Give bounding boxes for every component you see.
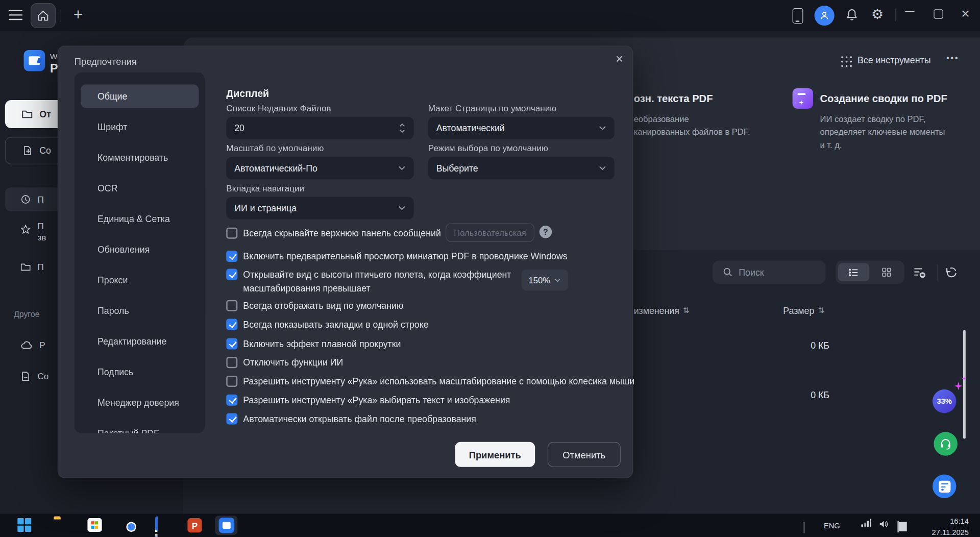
notifications-bell-icon[interactable] [845,8,859,22]
close-window-button[interactable]: × [961,5,969,22]
card-summary-desc2: определяет ключевые моменты [820,126,945,139]
app-badge-icon [939,480,950,492]
column-header-size[interactable]: Размер ⇅ [783,306,824,316]
taskbar-powerpoint-icon[interactable]: P [187,518,202,532]
network-icon[interactable] [861,519,871,527]
help-icon[interactable]: ? [540,226,552,238]
volume-icon[interactable] [879,520,889,529]
checkbox-row: Отключить функции ИИ [226,356,343,370]
checkbox[interactable] [226,300,237,311]
taskbar-calculator-icon[interactable] [155,518,158,537]
support-button[interactable] [934,432,958,456]
pdf-summary-icon [793,88,813,109]
card-summary-title[interactable]: Создание сводки по PDF [820,92,947,104]
battery-icon[interactable] [897,521,898,532]
nav-item-font[interactable]: Шрифт [81,115,199,139]
settings-gear-icon[interactable]: ⚙ [871,6,884,22]
checkbox[interactable] [226,413,237,424]
checkbox-row: Открывайте вид с высоты птичьего полета,… [226,267,521,295]
default-zoom-select[interactable]: Автоматический-По [226,157,413,179]
controls-divider [895,9,895,21]
checkbox-row: Всегда отображать вид по умолчанию [226,299,403,312]
spinner-stepper[interactable] [399,122,405,134]
selection-mode-select[interactable]: Выберите [428,157,615,179]
taskbar-time[interactable]: 16:14 [922,517,969,526]
card-ocr-desc1: еобразование [634,112,689,126]
card-ocr-desc2: канированных файлов в PDF. [634,126,750,139]
chevron-down-icon [398,165,406,170]
all-tools-button[interactable]: Все инструменты [857,55,930,65]
nav-item-comment[interactable]: Комментировать [81,145,199,169]
column-header-modified[interactable]: изменения ⇅ [634,306,690,316]
checkbox[interactable] [226,319,237,330]
reset-button[interactable] [943,265,958,280]
title-bar: + ⚙ — × [0,0,980,31]
chevron-down-icon [599,126,606,131]
taskbar-pdfelement-icon[interactable] [215,516,237,535]
checkbox[interactable] [226,269,237,280]
taskbar-date[interactable]: 27.11.2025 [922,528,969,537]
checkbox[interactable] [226,251,237,262]
nav-item-unit-grid[interactable]: Единица & Сетка [81,207,199,231]
checkbox[interactable] [226,228,237,239]
maximize-button[interactable] [934,9,943,18]
start-button[interactable] [17,518,31,532]
field-label: Макет Страницы по умолчанию [428,103,556,113]
tray-expand-chevron[interactable] [804,523,804,534]
clear-list-button[interactable] [912,265,927,280]
checkbox[interactable] [226,357,237,368]
nav-item-ocr[interactable]: OCR [81,176,199,200]
chevron-down-icon [398,206,406,211]
checkbox[interactable] [226,395,237,406]
custom-message-button: Пользовательская [446,223,534,242]
birdseye-zoom-select[interactable]: 150% [521,270,568,291]
preferences-dialog: Предпочтения × Общие Шрифт Комментироват… [58,45,633,478]
nav-item-proxy[interactable]: Прокси [81,268,199,292]
cancel-button[interactable]: Отменить [548,442,621,467]
checkbox-row: Разрешить инструменту «Рука» выбирать те… [226,393,510,407]
checkbox-row: Всегда скрывайте верхнюю панель сообщени… [226,226,441,240]
all-tools-grid-icon [841,56,852,67]
checkbox[interactable] [226,376,237,387]
language-indicator[interactable]: ENG [824,521,840,530]
cloud-icon [20,339,33,351]
card-summary-desc3: и т. д. [820,139,842,152]
search-box[interactable] [713,261,826,284]
nav-item-password[interactable]: Пароль [81,299,199,323]
nav-item-edit[interactable]: Редактирование [81,329,199,353]
file-size-cell: 0 КБ [811,340,829,351]
close-dialog-button[interactable]: × [612,51,627,66]
nav-item-general[interactable]: Общие [81,84,199,108]
nav-item-batch-pdf[interactable]: Пакетный PDF [81,421,199,433]
main-menu-button[interactable] [9,10,22,20]
sort-icon[interactable]: ⇅ [683,306,689,315]
list-view-button[interactable] [838,263,869,282]
card-ocr-title[interactable]: озн. текста PDF [634,92,713,104]
sidebar-item-starred[interactable]: П зв [37,221,46,243]
minimize-button[interactable]: — [905,5,914,16]
nav-item-signature[interactable]: Подпись [81,360,199,384]
new-tab-button[interactable]: + [69,5,88,25]
card-summary-desc1: ИИ создает сводку по PDF, [820,112,926,126]
navigation-tab-select[interactable]: ИИ и страница [226,197,413,219]
list-scrollbar[interactable] [963,330,966,439]
home-tab[interactable] [31,3,56,28]
community-button[interactable] [933,474,957,498]
taskbar-store-icon[interactable] [87,518,102,532]
checkbox[interactable] [226,338,237,349]
new-document-icon [22,145,33,156]
search-input[interactable] [739,267,807,277]
nav-item-trust-manager[interactable]: Менеджер доверия [81,390,199,414]
field-label: Масштаб по умолчанию [226,143,324,153]
nav-item-updates[interactable]: Обновления [81,237,199,261]
mobile-app-icon[interactable] [793,8,803,24]
user-avatar[interactable] [815,6,835,26]
grid-view-button[interactable] [871,263,902,282]
folder-open-icon [21,108,33,120]
ai-progress-button[interactable]: 33% [933,389,957,413]
page-layout-select[interactable]: Автоматический [428,117,615,139]
sort-icon[interactable]: ⇅ [818,306,824,315]
recent-files-count-input[interactable]: 20 [226,117,413,139]
more-options-button[interactable]: ••• [946,53,959,63]
apply-button[interactable]: Применить [455,442,535,467]
